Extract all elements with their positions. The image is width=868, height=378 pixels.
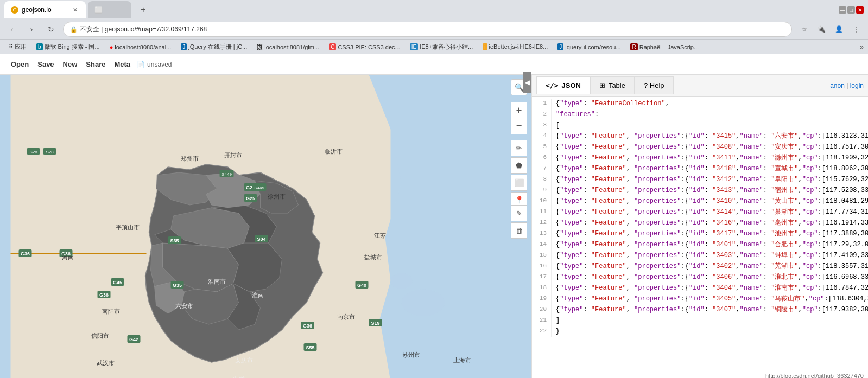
table-icon: ⊞ (599, 81, 605, 89)
line-content: {"type": "Feature", "properties":{"id": … (556, 218, 868, 229)
share-btn[interactable]: Share (81, 58, 110, 71)
json-code-icon: </> (546, 81, 558, 89)
status-url: http://blog.csdn.net/github_36327470 (765, 373, 864, 378)
panel-tabs: </> JSON ⊞ Table ? Help (536, 76, 674, 94)
map-area[interactable]: G36 S28 S28 G36 G36 G25 G25 (0, 75, 531, 378)
delete-btn[interactable]: 🗑 (511, 222, 527, 239)
open-btn[interactable]: Open (7, 58, 33, 71)
edit-btn[interactable]: ✎ (511, 205, 527, 221)
svg-text:S35: S35 (170, 238, 179, 244)
line-content: {"type": "Feature", "properties":{"id": … (556, 175, 868, 185)
line-content: {"type": "Feature", "properties":{"id": … (556, 164, 868, 175)
refresh-btn[interactable]: ↻ (43, 22, 59, 37)
line-content: {"type": "Feature", "properties":{"id": … (556, 142, 868, 153)
draw-line-btn[interactable]: ✏ (511, 140, 527, 156)
json-panel: ◀ </> JSON ⊞ Table ? Help anon (531, 75, 868, 378)
active-tab[interactable]: G geojson.io ✕ (4, 1, 86, 18)
json-line: 18{"type": "Feature", "properties":{"id"… (532, 283, 868, 294)
line-number: 2 (532, 110, 552, 120)
tab-help[interactable]: ? Help (635, 76, 674, 94)
city-nanyang: 南阳市 (102, 308, 120, 315)
new-tab-btn[interactable]: + (136, 2, 151, 17)
line-number: 5 (532, 142, 552, 153)
city-yancheng: 盐城市 (364, 254, 382, 260)
json-line: 12{"type": "Feature", "properties":{"id"… (532, 218, 868, 229)
tab-label: geojson.io (22, 6, 52, 14)
panel-collapse-btn[interactable]: ◀ (523, 72, 531, 93)
svg-point-4 (391, 273, 413, 289)
person-btn[interactable]: 👤 (831, 22, 846, 37)
bookmark-raphael[interactable]: R Raphaël—JavaScrip... (626, 42, 703, 52)
bookmark-apps-label: 应用 (15, 43, 27, 51)
json-line: 8{"type": "Feature", "properties":{"id":… (532, 175, 868, 185)
json-line: 4{"type": "Feature", "properties":{"id":… (532, 131, 868, 142)
inactive-tab[interactable]: ⬜ (88, 1, 131, 18)
line-number: 22 (532, 326, 552, 337)
bookmark-localhost2[interactable]: 🖼 localhost:8081/gim... (252, 42, 324, 52)
save-btn[interactable]: Save (33, 58, 58, 71)
bookmark-ie[interactable]: IE IE8+兼容心得小结... (406, 41, 478, 53)
app-toolbar: Open Save New Share Meta 📄 unsaved (0, 54, 868, 75)
city-kaifeng: 开封市 (224, 152, 242, 158)
svg-text:S55: S55 (306, 345, 314, 350)
line-number: 19 (532, 294, 552, 305)
bookmark-bing[interactable]: b 微软 Bing 搜索 - 国... (32, 41, 104, 53)
back-btn[interactable]: ‹ (4, 22, 20, 37)
json-line: 16{"type": "Feature", "properties":{"id"… (532, 261, 868, 272)
tab-table[interactable]: ⊞ Table (590, 76, 635, 94)
zoom-in-btn[interactable]: + (511, 102, 527, 118)
bookmarks-overflow[interactable]: » (860, 43, 864, 51)
bookmark-apps[interactable]: ⠿ 应用 (4, 41, 31, 53)
line-number: 18 (532, 283, 552, 294)
tab-close-btn[interactable]: ✕ (71, 5, 79, 14)
tab-json[interactable]: </> JSON (536, 76, 590, 94)
line-content: {"type": "Feature", "properties":{"id": … (556, 207, 868, 218)
draw-square-btn[interactable]: ⬜ (511, 175, 527, 191)
minimize-btn[interactable]: — (839, 6, 846, 14)
line-content: [ (556, 120, 868, 131)
extension-btn[interactable]: 🔌 (814, 22, 829, 37)
localhost1-icon: ● (110, 44, 113, 50)
login-link[interactable]: login (850, 82, 864, 89)
bookmark-ie-label: IE8+兼容心得小结... (420, 43, 473, 51)
line-number: 14 (532, 240, 552, 251)
panel-toggle-area: ◀ (523, 72, 531, 93)
menu-btn[interactable]: ⋮ (848, 22, 864, 37)
close-btn[interactable]: ✕ (856, 6, 864, 14)
forward-btn[interactable]: › (24, 22, 39, 37)
draw-polygon-btn[interactable]: ⬟ (511, 157, 527, 174)
svg-text:S28: S28 (29, 150, 37, 155)
json-line: 14{"type": "Feature", "properties":{"id"… (532, 240, 868, 251)
anon-link[interactable]: anon (830, 82, 846, 89)
bookmark-localhost1[interactable]: ● localhost:8080/anal... (105, 42, 176, 52)
line-number: 10 (532, 196, 552, 207)
map-svg: G36 S28 S28 G36 G36 G25 G25 (0, 75, 531, 378)
city-liuan: 六安市 (175, 303, 193, 309)
maximize-btn[interactable]: □ (847, 6, 855, 14)
bing-icon: b (36, 43, 43, 50)
line-number: 17 (532, 272, 552, 283)
ie-icon: IE (410, 43, 418, 50)
line-number: 9 (532, 185, 552, 196)
line-content: {"type": "Feature", "properties":{"id": … (556, 131, 868, 142)
svg-text:G42: G42 (129, 337, 138, 342)
svg-text:G36: G36 (99, 292, 109, 298)
zoom-out-btn[interactable]: − (511, 118, 527, 134)
panel-status-bar: http://blog.csdn.net/github_36327470 (532, 370, 868, 378)
city-nanjing: 南京市 (337, 313, 355, 320)
meta-btn[interactable]: Meta (110, 58, 135, 71)
svg-text:S19: S19 (371, 321, 379, 326)
svg-text:S28: S28 (46, 150, 54, 155)
city-jiangsu: 江苏 (374, 232, 386, 239)
bookmark-star-btn[interactable]: ☆ (796, 22, 812, 37)
city-suzhou: 苏州市 (402, 351, 420, 358)
apps-icon: ⠿ (9, 43, 13, 50)
bookmark-iebetter[interactable]: i ieBetter.js-让IE6-IE8... (478, 41, 552, 53)
svg-text:G36: G36 (21, 251, 30, 257)
bookmark-css3[interactable]: C CSS3 PIE: CSS3 dec... (325, 42, 404, 52)
json-content[interactable]: 1{"type": "FeatureCollection",2"features… (532, 97, 868, 370)
bookmark-jqueryui[interactable]: J jqueryui.com/resou... (553, 42, 625, 52)
address-bar[interactable]: 🔒 不安全 | geojson.io/#map=7/32.069/117.268 (63, 22, 792, 37)
new-btn[interactable]: New (59, 58, 82, 71)
bookmark-jquery[interactable]: J jQuery 在线手册 | jC... (176, 41, 251, 53)
